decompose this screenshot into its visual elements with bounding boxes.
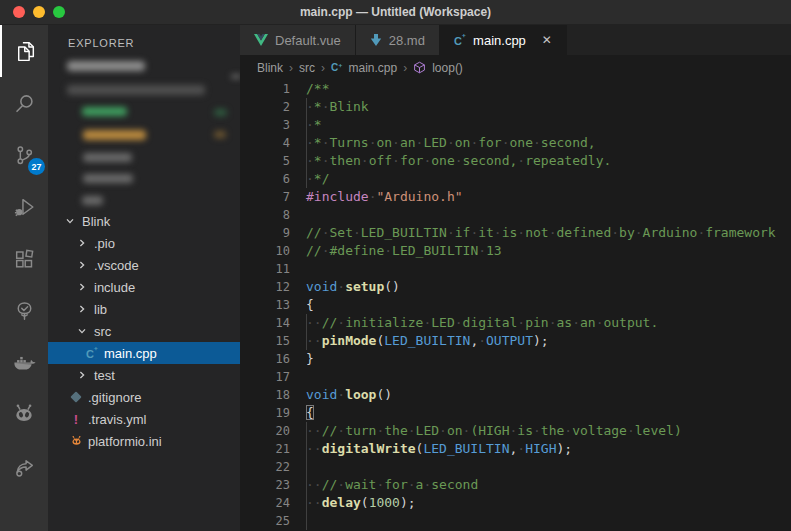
code-line-3[interactable]: 3·*	[240, 116, 791, 134]
code-line-14[interactable]: 14··//·initialize·LED·digital·pin·as·an·…	[240, 314, 791, 332]
tree-item-main-cpp[interactable]: C⁺main.cpp	[48, 342, 240, 364]
code-line-6[interactable]: 6·*/	[240, 170, 791, 188]
explorer-view-button[interactable]	[0, 25, 48, 77]
code-line-8[interactable]: 8	[240, 206, 791, 224]
code-line-11[interactable]: 11	[240, 260, 791, 278]
markdown-arrow-icon	[370, 34, 382, 46]
code-line-content: ··//·turn·the·LED·on·(HIGH·is·the·voltag…	[306, 423, 682, 438]
code-line-23[interactable]: 23··//·wait·for·a·second	[240, 476, 791, 494]
code-line-1[interactable]: 1/**	[240, 80, 791, 98]
code-line-20[interactable]: 20··//·turn·the·LED·on·(HIGH·is·the·volt…	[240, 422, 791, 440]
share-view-button[interactable]	[0, 441, 48, 493]
minimize-window-button[interactable]	[33, 6, 45, 18]
tree-item-src[interactable]: src	[48, 320, 240, 342]
platformio-view-button[interactable]	[0, 389, 48, 441]
platformio-file-icon	[68, 435, 84, 448]
tree-item-Blink[interactable]: Blink	[48, 210, 240, 232]
code-line-4[interactable]: 4·*·Turns·on·an·LED·on·for·one·second,	[240, 134, 791, 152]
tree-item-lib[interactable]: lib	[48, 298, 240, 320]
run-debug-view-button[interactable]	[0, 181, 48, 233]
tree-item--travis-yml[interactable]: !.travis.yml	[48, 408, 240, 430]
tree-item-platformio-ini[interactable]: platformio.ini	[48, 430, 240, 452]
line-number: 13	[240, 296, 290, 314]
code-line-18[interactable]: 18void·loop()	[240, 386, 791, 404]
code-line-22[interactable]: 22	[240, 458, 791, 476]
code-line-10[interactable]: 10//·#define·LED_BUILTIN·13	[240, 242, 791, 260]
tab-28-md[interactable]: 28.md	[356, 25, 440, 55]
vue-icon	[254, 34, 268, 46]
tab-bar: Default.vue 28.md C⁺ main.cpp ✕	[240, 25, 791, 55]
tree-item-label: include	[94, 280, 135, 295]
extensions-view-button[interactable]	[0, 233, 48, 285]
line-number: 23	[240, 476, 290, 494]
code-line-content: ·*·Turns·on·an·LED·on·for·one·second,	[306, 135, 596, 150]
code-line-19[interactable]: 19{	[240, 404, 791, 422]
window-title: main.cpp — Untitled (Workspace)	[300, 5, 491, 19]
line-number: 25	[240, 512, 290, 530]
close-window-button[interactable]	[13, 6, 25, 18]
docker-whale-icon	[11, 350, 37, 376]
line-number: 5	[240, 152, 290, 170]
redacted-item	[82, 196, 103, 205]
breadcrumb-separator: ›	[289, 61, 293, 75]
chevron-right-icon	[74, 282, 90, 292]
line-number: 8	[240, 206, 290, 224]
code-line-content: ··delay(1000);	[306, 495, 416, 510]
code-line-9[interactable]: 9//·Set·LED_BUILTIN·if·it·is·not·defined…	[240, 224, 791, 242]
code-line-2[interactable]: 2·*·Blink	[240, 98, 791, 116]
search-view-button[interactable]	[0, 77, 48, 129]
code-editor[interactable]: 1/**2·*·Blink3·*4·*·Turns·on·an·LED·on·f…	[240, 80, 791, 531]
tree-item-label: .pio	[94, 236, 115, 251]
code-line-15[interactable]: 15··pinMode(LED_BUILTIN,·OUTPUT);	[240, 332, 791, 350]
line-number: 18	[240, 386, 290, 404]
source-control-view-button[interactable]: 27	[0, 129, 48, 181]
line-number: 10	[240, 242, 290, 260]
breadcrumb-item-folder[interactable]: Blink	[257, 61, 283, 75]
cpp-file-icon: C⁺	[331, 63, 342, 73]
code-line-24[interactable]: 24··delay(1000);	[240, 494, 791, 512]
code-line-5[interactable]: 5·*·then·off·for·one·second,·repeatedly.	[240, 152, 791, 170]
chevron-down-icon	[74, 326, 90, 336]
code-line-12[interactable]: 12void·setup()	[240, 278, 791, 296]
line-number: 11	[240, 260, 290, 278]
source-control-badge: 27	[28, 158, 45, 175]
tree-item-test[interactable]: test	[48, 364, 240, 386]
tree-item--pio[interactable]: .pio	[48, 232, 240, 254]
code-line-content: void·setup()	[306, 279, 400, 294]
code-line-25[interactable]: 25	[240, 512, 791, 530]
close-tab-icon[interactable]: ✕	[542, 33, 552, 47]
cpp-file-icon: C⁺	[454, 34, 466, 47]
tree-item-include[interactable]: include	[48, 276, 240, 298]
tab-main-cpp[interactable]: C⁺ main.cpp ✕	[440, 25, 567, 55]
tree-item-label: .travis.yml	[88, 412, 147, 427]
code-line-16[interactable]: 16}	[240, 350, 791, 368]
chevron-right-icon	[74, 370, 90, 380]
line-number: 19	[240, 404, 290, 422]
tab-default-vue[interactable]: Default.vue	[240, 25, 356, 55]
code-line-21[interactable]: 21··digitalWrite(LED_BUILTIN,·HIGH);	[240, 440, 791, 458]
tree-item--vscode[interactable]: .vscode	[48, 254, 240, 276]
tree-item--gitignore[interactable]: .gitignore	[48, 386, 240, 408]
zoom-window-button[interactable]	[53, 6, 65, 18]
code-line-content: ··//·initialize·LED·digital·pin·as·an·ou…	[306, 315, 658, 330]
platformio-alien-icon	[11, 402, 37, 428]
breadcrumb-separator: ›	[403, 61, 407, 75]
redacted-item-orange	[83, 130, 146, 140]
code-line-17[interactable]: 17	[240, 368, 791, 386]
code-line-7[interactable]: 7#include·"Arduino.h"	[240, 188, 791, 206]
breadcrumb-item-symbol[interactable]: loop()	[432, 61, 463, 75]
redacted-action-icon	[231, 75, 240, 78]
line-number: 16	[240, 350, 290, 368]
code-line-content: /**	[306, 81, 329, 96]
tree-check-view-button[interactable]	[0, 285, 48, 337]
workbench: 27	[0, 25, 791, 531]
chevron-right-icon	[74, 260, 90, 270]
code-line-13[interactable]: 13{	[240, 296, 791, 314]
redacted-badge-orange	[214, 131, 226, 138]
docker-view-button[interactable]	[0, 337, 48, 389]
breadcrumb-item-file[interactable]: main.cpp	[348, 61, 397, 75]
chevron-right-icon	[74, 304, 90, 314]
breadcrumb-item-folder[interactable]: src	[299, 61, 315, 75]
breadcrumb: Blink › src › C⁺ main.cpp › loop()	[240, 55, 791, 80]
tree-item-label: Blink	[82, 214, 110, 229]
